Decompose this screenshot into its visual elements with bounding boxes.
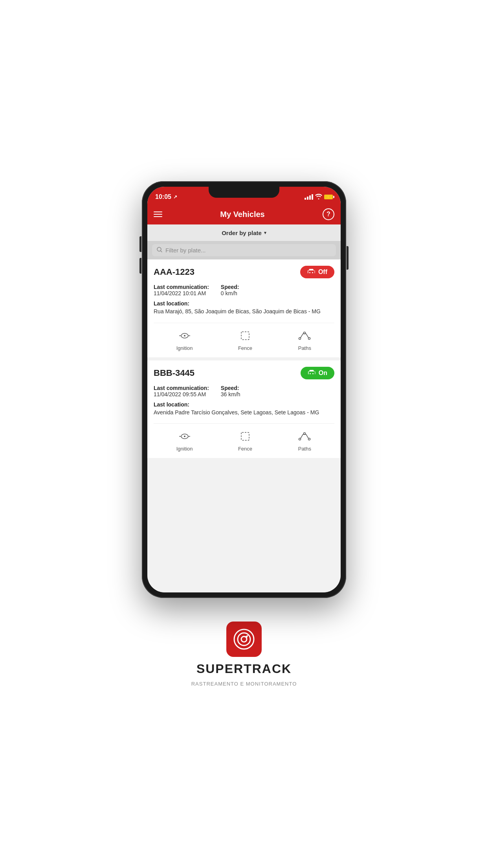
paths-button[interactable]: Paths xyxy=(297,329,312,351)
fence-button[interactable]: Fence xyxy=(238,329,252,351)
ignition-icon xyxy=(178,429,192,443)
vehicle-card-header: AAA-1223 Off xyxy=(154,266,334,278)
comm-value: 11/04/2022 09:55 AM xyxy=(154,391,209,397)
vehicle-info: Last communication: 11/04/2022 10:01 AM … xyxy=(154,284,334,316)
info-row: Last communication: 11/04/2022 10:01 AM … xyxy=(154,284,334,296)
battery-icon: ⚡ xyxy=(324,195,333,199)
brand-logo xyxy=(226,622,262,657)
action-row: Ignition Fence xyxy=(154,423,334,452)
comm-label: Last communication: xyxy=(154,284,209,290)
comm-label: Last communication: xyxy=(154,385,209,391)
vol-down-button[interactable] xyxy=(139,258,141,274)
paths-icon xyxy=(297,329,312,343)
fence-button[interactable]: Fence xyxy=(238,429,252,452)
vehicle-plate: AAA-1223 xyxy=(154,267,194,277)
help-button[interactable]: ? xyxy=(323,208,334,220)
hamburger-menu[interactable] xyxy=(154,211,162,217)
svg-line-1 xyxy=(161,251,162,252)
ignition-label: Ignition xyxy=(176,446,193,452)
brand-section: SUPERTRACK RASTREAMENTO E MONITORAMENTO xyxy=(191,622,297,687)
paths-icon xyxy=(297,429,312,443)
comm-col: Last communication: 11/04/2022 10:01 AM xyxy=(154,284,209,296)
search-bar: Filter by plate... xyxy=(147,241,341,259)
fence-label: Fence xyxy=(238,345,252,351)
svg-point-17 xyxy=(308,438,310,440)
sort-bar[interactable]: Order by plate ▾ xyxy=(147,224,341,241)
location-label: Last location: xyxy=(154,401,334,408)
vehicle-plate: BBB-3445 xyxy=(154,368,194,378)
action-row: Ignition Fence xyxy=(154,323,334,351)
comm-col: Last communication: 11/04/2022 09:55 AM xyxy=(154,385,209,397)
vehicle-info: Last communication: 11/04/2022 09:55 AM … xyxy=(154,385,334,417)
ignition-button[interactable]: Ignition xyxy=(176,429,193,452)
brand-tagline: RASTREAMENTO E MONITORAMENTO xyxy=(191,681,297,687)
paths-label: Paths xyxy=(298,446,311,452)
svg-point-5 xyxy=(184,335,185,337)
svg-point-13 xyxy=(184,436,185,437)
status-text: Off xyxy=(318,268,327,276)
location-arrow-icon: ↗ xyxy=(173,194,177,200)
power-button[interactable] xyxy=(347,246,349,270)
svg-point-7 xyxy=(299,337,301,339)
search-input-wrap: Filter by plate... xyxy=(152,244,336,256)
notch xyxy=(209,187,279,198)
car-icon xyxy=(308,370,316,377)
vehicle-card: AAA-1223 Off Last communication: 11/04/2… xyxy=(147,259,341,357)
location-value: Rua Marajó, 85, São Joaquim de Bicas, Sã… xyxy=(154,308,334,316)
ignition-icon xyxy=(178,329,192,343)
status-text: On xyxy=(319,370,327,377)
status-badge-on: On xyxy=(301,367,334,379)
sort-arrow-icon: ▾ xyxy=(264,230,266,235)
search-placeholder: Filter by plate... xyxy=(165,247,206,254)
speed-label: Speed: xyxy=(221,385,240,391)
speed-col: Speed: 0 km/h xyxy=(221,284,239,296)
page-wrapper: 10:05 ↗ ⚡ xyxy=(0,0,488,868)
svg-point-20 xyxy=(241,636,247,642)
location-value: Avenida Padre Tarcísio Gonçalves, Sete L… xyxy=(154,409,334,417)
ignition-label: Ignition xyxy=(176,345,193,351)
vehicle-card-header: BBB-3445 On xyxy=(154,367,334,379)
comm-value: 11/04/2022 10:01 AM xyxy=(154,290,209,296)
brand-name: SUPERTRACK xyxy=(196,662,292,676)
signal-icon xyxy=(305,194,313,200)
speed-value: 0 km/h xyxy=(221,290,239,296)
paths-label: Paths xyxy=(298,345,311,351)
vehicle-list: AAA-1223 Off Last communication: 11/04/2… xyxy=(147,259,341,592)
speed-label: Speed: xyxy=(221,284,239,290)
vol-up-button[interactable] xyxy=(139,236,141,252)
status-badge-off: Off xyxy=(300,266,334,278)
wifi-icon xyxy=(315,194,322,200)
fence-icon xyxy=(238,429,252,443)
status-icons: ⚡ xyxy=(305,194,333,200)
phone-screen: 10:05 ↗ ⚡ xyxy=(147,187,341,592)
speed-col: Speed: 36 km/h xyxy=(221,385,240,397)
sort-label: Order by plate xyxy=(222,230,262,236)
location-label: Last location: xyxy=(154,300,334,307)
phone-shell: 10:05 ↗ ⚡ xyxy=(142,181,346,598)
info-row: Last communication: 11/04/2022 09:55 AM … xyxy=(154,385,334,397)
app-header: My Vehicles ? xyxy=(147,204,341,224)
svg-rect-6 xyxy=(241,332,249,340)
car-icon xyxy=(307,268,315,276)
ignition-button[interactable]: Ignition xyxy=(176,329,193,351)
search-icon xyxy=(157,247,162,254)
fence-icon xyxy=(238,329,252,343)
svg-point-15 xyxy=(299,438,301,440)
app-title: My Vehicles xyxy=(220,210,264,219)
vehicle-card: BBB-3445 On Last communication: 11/04/20… xyxy=(147,360,341,458)
app-content: Order by plate ▾ Filter by plate... xyxy=(147,224,341,592)
status-time: 10:05 ↗ xyxy=(155,193,177,200)
svg-point-9 xyxy=(308,337,310,339)
paths-button[interactable]: Paths xyxy=(297,429,312,452)
speed-value: 36 km/h xyxy=(221,391,240,397)
fence-label: Fence xyxy=(238,446,252,452)
svg-rect-14 xyxy=(241,432,249,440)
